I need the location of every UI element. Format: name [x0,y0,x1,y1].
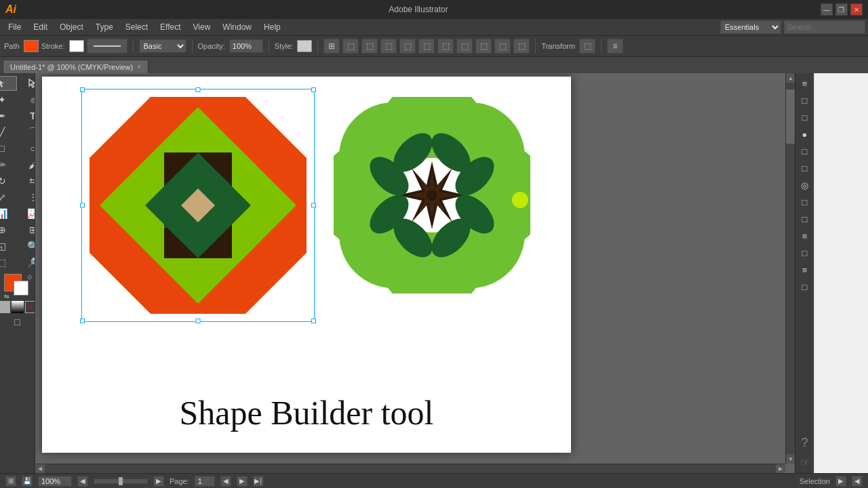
document-tab[interactable]: Untitled-1* @ 100% (CMYK/Preview) × [3,60,149,73]
rp-icon-11[interactable]: □ [797,245,812,260]
selection-tool[interactable] [0,76,17,91]
default-colors-icon[interactable]: ⊙ [27,274,33,281]
rp-icon-2[interactable]: □ [797,93,812,108]
brush-tool[interactable]: 🖌 [18,157,36,172]
none-fill-btn[interactable]: ✕ [25,301,36,313]
menu-object[interactable]: Object [54,21,89,33]
scroll-down[interactable]: ▼ [786,454,795,464]
align-icon-10[interactable]: ⬚ [494,39,511,54]
maximize-button[interactable]: ❐ [835,3,848,16]
reflect-tool[interactable]: ⇆ [18,174,36,188]
align-icon-9[interactable]: ⬚ [475,39,492,54]
close-button[interactable]: ✕ [850,3,863,16]
align-icon-2[interactable]: ⬚ [342,39,359,54]
rp-icon-3[interactable]: □ [797,110,812,125]
graph-tool[interactable]: 📊 [0,206,17,221]
line-tool[interactable]: ╱ [0,125,17,140]
column-graph-tool[interactable]: 📈 [18,206,36,221]
gradient-tool[interactable]: ◱ [0,239,17,253]
save-btn[interactable]: 💾 [22,476,33,487]
zoom-up[interactable]: ▶ [153,476,164,487]
pencil-tool[interactable]: ✏ [0,157,17,172]
status-nav[interactable]: ▶ [835,476,846,487]
blend-tool[interactable]: ⬚ [0,255,17,270]
artboard-btn[interactable]: ⊞ [5,476,16,487]
ellipse-tool[interactable]: ○ [18,141,36,156]
rp-icon-7[interactable]: ◎ [797,178,812,192]
rp-icon-6[interactable]: □ [797,161,812,176]
stroke-color[interactable] [14,281,28,296]
type-tool[interactable]: T [18,108,36,123]
eyedropper-tool[interactable]: 🔍 [18,239,36,253]
menu-type[interactable]: Type [90,21,119,33]
far-right-panel [814,73,868,473]
rp-icon-4[interactable]: ● [797,127,812,142]
menu-edit[interactable]: Edit [28,21,53,33]
menu-select[interactable]: Select [120,21,153,33]
rp-icon-13[interactable]: □ [797,279,812,294]
transform-icon[interactable]: ⬚ [579,39,595,54]
tab-close-button[interactable]: × [137,63,141,70]
gradient-fill-btn[interactable] [12,301,24,313]
menu-window[interactable]: Window [217,21,257,33]
menu-help[interactable]: Help [258,21,286,33]
rect-tool[interactable]: □ [0,141,17,156]
rp-icon-5[interactable]: □ [797,144,812,159]
rotate-tool[interactable]: ↻ [0,174,17,188]
page-input[interactable] [195,476,215,487]
direct-selection-tool[interactable] [18,76,36,91]
stroke-weight-btn[interactable] [87,39,127,54]
rp-icon-10[interactable]: ≡ [797,228,812,243]
style-select[interactable]: Basic [139,39,186,53]
magic-wand-tool[interactable]: ✦ [0,92,17,107]
color-fill-btn[interactable] [0,301,10,313]
panel-hide[interactable]: ◀ [852,476,863,487]
align-icon-7[interactable]: ⬚ [437,39,454,54]
panel-toggle[interactable]: ≡ [607,39,623,54]
fill-swatch[interactable] [24,40,39,52]
scroll-right[interactable]: ▶ [776,464,785,474]
canvas-area[interactable]: Shape Builder tool ▷ ▲ ▼ ◀ ▶ [35,73,795,473]
zoom-input[interactable] [38,476,72,487]
rp-icon-1[interactable]: ≡ [797,76,812,91]
v-scroll-thumb[interactable] [786,89,795,144]
scale-tool[interactable]: ⤢ [0,190,17,205]
menu-effect[interactable]: Effect [155,21,186,33]
align-icon-1[interactable]: ⊞ [323,39,340,54]
swap-colors-icon[interactable]: ⇆ [4,293,9,300]
opacity-input[interactable] [229,39,263,53]
column-tool[interactable]: ⊞ [18,222,36,237]
menu-view[interactable]: View [188,21,216,33]
page-prev[interactable]: ◀ [220,476,231,487]
lasso-tool[interactable]: ⌾ [18,92,36,107]
align-icon-4[interactable]: ⬚ [380,39,397,54]
align-icon-5[interactable]: ⬚ [399,39,416,54]
scroll-up[interactable]: ▲ [786,73,795,83]
menu-file[interactable]: File [3,21,26,33]
horizontal-scrollbar[interactable]: ◀ ▶ [35,464,785,473]
stroke-swatch[interactable] [69,40,84,52]
symbol-tool[interactable]: ⊕ [0,222,17,237]
zoom-slider[interactable] [94,479,148,484]
scroll-left[interactable]: ◀ [35,464,45,474]
minimize-button[interactable]: — [821,3,833,16]
zoom-down[interactable]: ◀ [77,476,88,487]
zoom-tool[interactable]: 🔎 [18,255,36,270]
page-next[interactable]: ▶ [237,476,248,487]
align-icon-3[interactable]: ⬚ [361,39,378,54]
pen-tool[interactable]: ✒ [0,108,17,123]
align-icon-8[interactable]: ⬚ [456,39,473,54]
vertical-scrollbar[interactable]: ▲ ▼ [785,73,795,464]
rp-icon-12[interactable]: ≡ [797,262,812,277]
align-icon-6[interactable]: ⬚ [418,39,435,54]
rp-icon-9[interactable]: □ [797,211,812,226]
align-icon-11[interactable]: ⬚ [513,39,530,54]
arc-tool[interactable]: ⌒ [18,125,36,140]
search-input[interactable] [784,20,865,34]
rp-icon-8[interactable]: □ [797,195,812,209]
page-end[interactable]: ▶| [253,476,264,487]
style-swatch[interactable] [297,40,312,52]
screen-mode-btn[interactable]: □ [3,314,33,329]
workspace-select[interactable]: Essentials [720,20,781,34]
warp-tool[interactable]: ⋮ [18,190,36,205]
